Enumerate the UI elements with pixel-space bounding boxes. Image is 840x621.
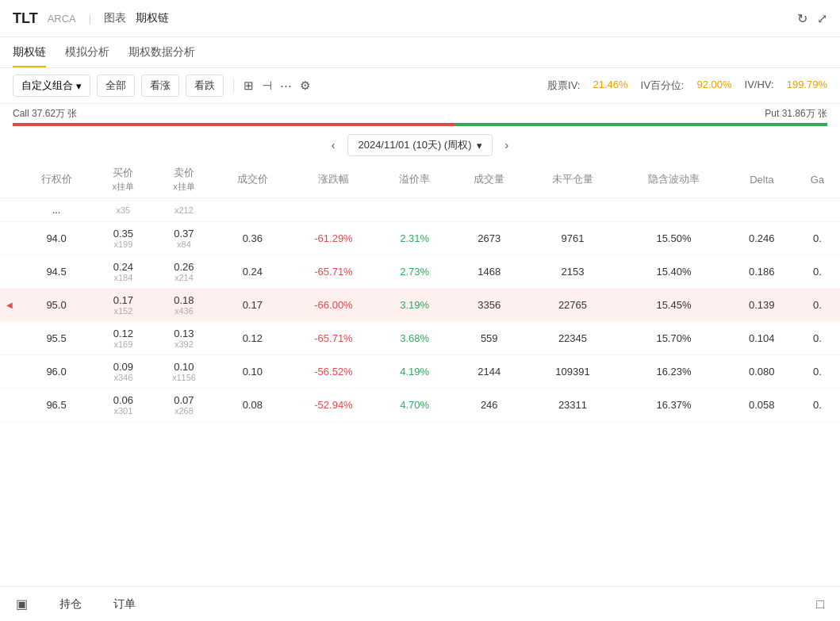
- save-icon[interactable]: ⊞: [244, 79, 254, 93]
- filter-call-button[interactable]: 看涨: [141, 75, 179, 97]
- row-premium: 2.73%: [378, 255, 452, 289]
- col-oi: 未平仓量: [527, 161, 619, 198]
- call-volume-label: Call 37.62万 张: [13, 107, 77, 121]
- volume-labels: Call 37.62万 张 Put 31.86万 张: [13, 107, 827, 121]
- row-premium: [378, 198, 452, 222]
- tab-chart[interactable]: 图表: [104, 8, 126, 29]
- chevron-down-icon: ▾: [76, 80, 82, 92]
- row-bid: 0.24x184: [94, 255, 152, 289]
- col-arrow: [0, 161, 19, 198]
- row-change-pct: -52.94%: [290, 389, 377, 422]
- filter-icon[interactable]: ⋯: [280, 79, 292, 93]
- row-arrow: [0, 322, 19, 355]
- row-gamma: 0.: [795, 355, 840, 389]
- row-iv: 15.70%: [619, 322, 729, 355]
- square-icon[interactable]: □: [816, 597, 824, 611]
- row-volume: 1468: [452, 255, 527, 289]
- table-row[interactable]: 94.00.35x1990.37x840.36-61.29%2.31%26739…: [0, 222, 840, 255]
- bottom-right-area: □: [816, 597, 824, 611]
- date-navigator: ‹ 2024/11/01 (10天) (周权) ▾ ›: [0, 126, 840, 161]
- tab-options-chain[interactable]: 期权链: [136, 8, 169, 29]
- table-row[interactable]: 94.50.24x1840.26x2140.24-65.71%2.73%1468…: [0, 255, 840, 289]
- date-dropdown[interactable]: 2024/11/01 (10天) (周权) ▾: [347, 134, 492, 156]
- row-arrow: [0, 222, 19, 255]
- row-gamma: 0.: [795, 289, 840, 322]
- col-bid: 买价x挂单: [94, 161, 152, 198]
- options-table-container: 行权价 买价x挂单 卖价x挂单 成交价 涨跌幅 溢价率 成交量 未平仓量 隐含波…: [0, 161, 840, 586]
- row-delta: 0.080: [729, 355, 795, 389]
- row-ask: 0.26x214: [153, 255, 216, 289]
- col-gamma: Ga: [795, 161, 840, 198]
- iv-info-group: 股票IV: 21.46% IV百分位: 92.00% IV/HV: 199.79…: [547, 79, 827, 93]
- row-volume: [452, 198, 527, 222]
- iv-pct-value: 92.00%: [696, 79, 731, 93]
- row-delta: [729, 198, 795, 222]
- toolbar: 自定义组合 ▾ 全部 看涨 看跌 ⊞ ⊣ ⋯ ⚙ 股票IV: 21.46% IV…: [0, 68, 840, 104]
- toolbar-divider-1: [233, 79, 234, 93]
- date-prev-button[interactable]: ‹: [332, 139, 336, 151]
- row-oi: 2153: [527, 255, 619, 289]
- row-ask: 0.07x268: [153, 389, 216, 422]
- table-row[interactable]: ◀95.00.17x1520.18x4360.17-66.00%3.19%335…: [0, 289, 840, 322]
- table-row[interactable]: 95.50.12x1690.13x3920.12-65.71%3.68%5592…: [0, 322, 840, 355]
- expand-icon[interactable]: ⤢: [817, 11, 827, 26]
- date-next-button[interactable]: ›: [505, 139, 509, 151]
- row-strike: 96.5: [19, 389, 94, 422]
- row-volume: 2144: [452, 355, 527, 389]
- row-volume: 2673: [452, 222, 527, 255]
- panel-toggle-icon[interactable]: ▣: [16, 596, 28, 611]
- col-iv: 隐含波动率: [619, 161, 729, 198]
- custom-group-dropdown[interactable]: 自定义组合 ▾: [13, 75, 90, 97]
- row-last: 0.12: [215, 322, 290, 355]
- iv-hv-value: 199.79%: [787, 79, 827, 93]
- row-bid: 0.12x169: [94, 322, 152, 355]
- row-iv: [619, 198, 729, 222]
- exchange-label: ARCA: [48, 13, 76, 25]
- row-ask: 0.18x436: [153, 289, 216, 322]
- row-arrow: [0, 389, 19, 422]
- row-ask: 0.13x392: [153, 322, 216, 355]
- row-bid: 0.06x301: [94, 389, 152, 422]
- col-ask: 卖价x挂单: [153, 161, 216, 198]
- table-row[interactable]: ...x35x212: [0, 198, 840, 222]
- sub-tab-options-analysis[interactable]: 期权数据分析: [128, 37, 195, 67]
- row-change-pct: -66.00%: [290, 289, 377, 322]
- sub-tab-options-chain[interactable]: 期权链: [13, 37, 46, 67]
- row-iv: 15.40%: [619, 255, 729, 289]
- row-arrow: ◀: [0, 289, 19, 322]
- row-volume: 246: [452, 389, 527, 422]
- row-last: 0.36: [215, 222, 290, 255]
- row-strike: 96.0: [19, 355, 94, 389]
- row-strike: ...: [19, 198, 94, 222]
- filter-all-button[interactable]: 全部: [97, 75, 135, 97]
- row-premium: 3.68%: [378, 322, 452, 355]
- col-change-pct: 涨跌幅: [290, 161, 377, 198]
- settings-icon[interactable]: ⚙: [300, 79, 310, 93]
- row-last: 0.10: [215, 355, 290, 389]
- row-delta: 0.104: [729, 322, 795, 355]
- put-volume-label: Put 31.86万 张: [765, 107, 827, 121]
- stock-iv-label: 股票IV:: [547, 79, 580, 93]
- separator-1: |: [89, 13, 91, 25]
- row-ask: 0.37x84: [153, 222, 216, 255]
- sub-tabs-bar: 期权链 模拟分析 期权数据分析: [0, 37, 840, 68]
- row-delta: 0.246: [729, 222, 795, 255]
- refresh-icon[interactable]: ↻: [797, 11, 807, 26]
- row-oi: 22765: [527, 289, 619, 322]
- bookmark-icon[interactable]: ⊣: [262, 79, 272, 93]
- filter-put-button[interactable]: 看跌: [186, 75, 224, 97]
- row-change-pct: -65.71%: [290, 322, 377, 355]
- table-row[interactable]: 96.00.09x3460.10x11560.10-56.52%4.19%214…: [0, 355, 840, 389]
- row-ask: 0.10x1156: [153, 355, 216, 389]
- col-last: 成交价: [215, 161, 290, 198]
- sub-tab-simulation[interactable]: 模拟分析: [65, 37, 109, 67]
- row-delta: 0.186: [729, 255, 795, 289]
- row-arrow: [0, 198, 19, 222]
- holdings-tab[interactable]: 持仓: [59, 597, 82, 611]
- row-arrow: [0, 255, 19, 289]
- table-row[interactable]: 96.50.06x3010.07x2680.08-52.94%4.70%2462…: [0, 389, 840, 422]
- top-bar: TLT ARCA | 图表 期权链 ↻ ⤢: [0, 0, 840, 37]
- row-premium: 2.31%: [378, 222, 452, 255]
- row-strike: 94.5: [19, 255, 94, 289]
- orders-tab[interactable]: 订单: [113, 597, 136, 611]
